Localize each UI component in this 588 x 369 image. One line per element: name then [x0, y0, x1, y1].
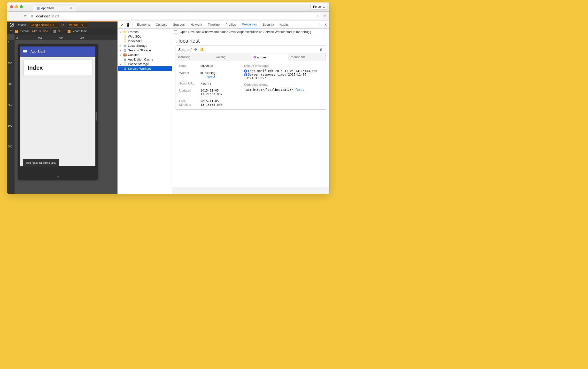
tree-localstorage[interactable]: ▶▦Local Storage [118, 43, 172, 48]
tab-audits[interactable]: Audits [277, 21, 291, 28]
focus-link[interactable]: focus [295, 88, 304, 92]
screen-width[interactable]: 412 [32, 30, 37, 33]
tree-websql[interactable]: 🗄Web SQL [118, 34, 172, 39]
gear-icon[interactable]: ⚙ [194, 47, 197, 51]
content-card: Index [24, 60, 92, 76]
tab-network[interactable]: Network [188, 21, 205, 28]
client-row: Tab: http://localhost:3123/ focus [244, 88, 322, 92]
tab-console[interactable]: Console [153, 21, 170, 28]
close-tab-icon[interactable]: × [70, 6, 72, 10]
chrome-menu-icon[interactable]: ≡ [323, 14, 327, 19]
devtools-pane: ⬈ 📱 Elements Console Sources Network Tim… [117, 21, 329, 194]
zoom-checkbox[interactable] [68, 30, 71, 33]
pause-on-start-checkbox[interactable] [174, 30, 177, 33]
browser-window: ▦ App Shell × Person 1 ← → ⟳ 🗎 localhost… [7, 2, 329, 194]
titlebar: ▦ App Shell × Person 1 [7, 2, 329, 12]
device-select[interactable]: Google Nexus 6⇅ [29, 22, 59, 28]
info-icon: i [244, 73, 247, 76]
scope-label: Scope: / [178, 47, 192, 51]
device-frame: App Shell Index App ready for offline us… [18, 44, 98, 180]
tree-frames[interactable]: ▶📁Frames [118, 30, 172, 34]
more-icon[interactable]: ⋮ [317, 22, 321, 27]
app-screen[interactable]: App Shell Index [20, 46, 95, 166]
tree-cookies[interactable]: ▶🍪Cookies [118, 52, 172, 57]
stop-icon[interactable] [201, 72, 203, 74]
device-side-button [96, 112, 97, 121]
page-favicon-icon: ▦ [37, 7, 40, 10]
tree-sessionstorage[interactable]: ▶▦Session Storage [118, 48, 172, 52]
chevron-updown-icon: ⇅ [81, 24, 83, 26]
tab-resources[interactable]: Resources [239, 21, 259, 28]
sw-tab-redundant[interactable]: redundant [288, 53, 326, 61]
tab-sources[interactable]: Sources [171, 21, 187, 28]
device-toolbar: Device Google Nexus 6⇅ ⟳ Portrait - ⇅ [7, 21, 117, 28]
resources-tree: ▶📁Frames 🗄Web SQL 🗄IndexedDB ▶▦Local Sto… [118, 29, 172, 194]
toggle-device-icon[interactable]: 📱 [125, 23, 130, 27]
window-controls [10, 5, 23, 8]
profile-button[interactable]: Person 1 [310, 4, 327, 10]
info-icon: i [244, 70, 247, 73]
bookmark-star-icon[interactable]: ☆ [316, 14, 319, 18]
label-updated: Updated [179, 89, 198, 96]
value-script-url: /sw.js [201, 82, 237, 85]
tree-indexeddb[interactable]: 🗄IndexedDB [118, 39, 172, 43]
zoom-label: Zoom to fit [73, 30, 87, 33]
back-button[interactable]: ← [9, 14, 15, 19]
screen-label: Screen [20, 30, 30, 33]
delete-icon[interactable]: 🗑 [320, 47, 323, 51]
dpr-value[interactable]: 3.5 [58, 30, 62, 33]
orientation-select[interactable]: Portrait - ⇅ [67, 22, 88, 28]
browser-toolbar: ← → ⟳ 🗎 localhost:3123 ☆ ≡ [7, 12, 329, 21]
maximize-window-icon[interactable] [20, 5, 23, 8]
tree-cachestorage[interactable]: ▶🗄Cache Storage [118, 62, 172, 66]
tree-appcache[interactable]: ▦Application Cache [118, 57, 172, 62]
page-icon: 🗎 [31, 14, 34, 18]
sw-properties: State activated Worker running inspect S… [179, 64, 237, 107]
screen-height[interactable]: 659 [43, 30, 48, 33]
label-state: State [179, 64, 198, 68]
inspect-link[interactable]: inspect [205, 75, 215, 78]
sw-tab-waiting[interactable]: waiting [213, 53, 251, 61]
card-title: Index [28, 64, 88, 71]
rotate-icon[interactable]: ⟳ [62, 23, 64, 27]
screen-checkbox[interactable] [15, 30, 18, 33]
toast: App ready for offline use. [23, 159, 59, 167]
sw-state-tabs: installing waiting ⚙ active redundant [176, 53, 326, 61]
label-script-url: Script URL [179, 82, 198, 85]
minimize-window-icon[interactable] [15, 5, 18, 8]
bell-icon[interactable]: 🔔 [200, 47, 204, 51]
hamburger-icon[interactable] [23, 49, 27, 54]
device-emulator-pane: Device Google Nexus 6⇅ ⟳ Portrait - ⇅ ⏲ … [7, 21, 117, 194]
browser-tab[interactable]: ▦ App Shell × [34, 5, 75, 11]
close-devtools-icon[interactable]: ✕ [324, 22, 327, 27]
device-soft-button-icon: ≡ [57, 175, 59, 178]
inspect-element-icon[interactable]: ⬈ [120, 23, 124, 27]
tree-service-workers[interactable]: ⚙Service Workers [118, 66, 172, 71]
app-title: App Shell [31, 50, 45, 53]
disable-emulation-icon[interactable] [10, 23, 14, 27]
label-last-modified: Last-Modified [179, 99, 198, 107]
app-header: App Shell [20, 46, 95, 57]
tab-timeline[interactable]: Timeline [205, 21, 222, 28]
tab-profiles[interactable]: Profiles [223, 21, 238, 28]
sw-tab-installing[interactable]: installing [176, 53, 213, 61]
forward-button: → [16, 14, 22, 19]
recent-messages-heading: Recent messages [244, 64, 322, 68]
url-text: localhost:3123 [35, 14, 59, 18]
label-worker: Worker [179, 71, 198, 78]
sw-tab-active[interactable]: ⚙ active [251, 53, 289, 61]
message-row: iLast-Modified: 2015-11-05 13:15:54.000 [244, 69, 322, 73]
sw-messages: Recent messages iLast-Modified: 2015-11-… [244, 64, 322, 107]
device-subtoolbar: ⏲ Screen 412 × 659 ▧ 3.5 Zoom to fit [7, 28, 117, 34]
tab-security[interactable]: Security [260, 21, 276, 28]
tab-elements[interactable]: Elements [134, 21, 152, 28]
resources-detail: Open DevTools window and pause JavaScrip… [172, 29, 329, 194]
sw-options-bar: Open DevTools window and pause JavaScrip… [172, 29, 329, 35]
scope-panel: Scope: / ⚙ 🔔 🗑 installing waiting ⚙ acti… [175, 46, 326, 110]
address-bar[interactable]: 🗎 localhost:3123 ☆ [29, 13, 321, 19]
devtools-tabbar: ⬈ 📱 Elements Console Sources Network Tim… [118, 21, 329, 29]
reload-button[interactable]: ⟳ [24, 14, 27, 18]
close-window-icon[interactable] [10, 5, 13, 8]
value-last-modified: 2015-11-05 13:15:54.000 [201, 99, 237, 107]
devtools-drawer[interactable] [172, 187, 329, 194]
